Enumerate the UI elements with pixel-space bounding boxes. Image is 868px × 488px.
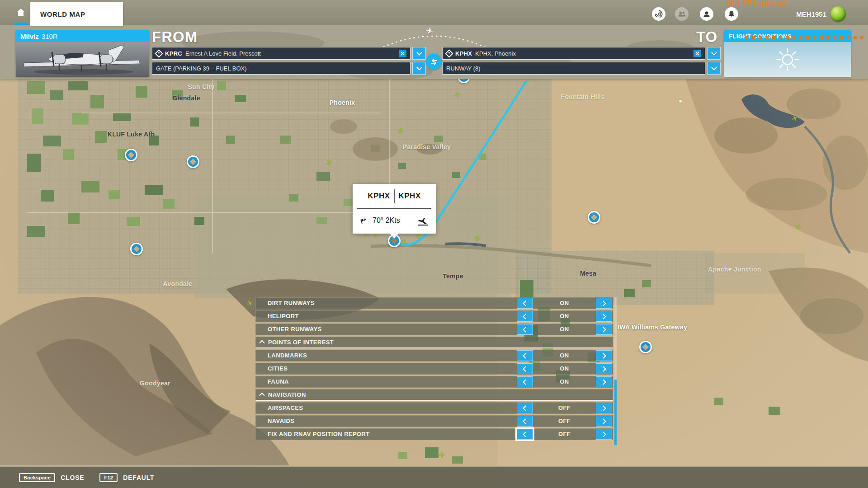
setting-next-button[interactable]: [596, 416, 612, 427]
to-runway-dropdown-button[interactable]: [707, 62, 721, 75]
world-map-screen: { "top_bar": { "tab_label": "WORLD MAP",…: [0, 0, 868, 488]
setting-previous-button[interactable]: [517, 376, 533, 387]
setting-label: HELIPORT: [268, 311, 299, 322]
to-airport-dropdown-button[interactable]: [707, 47, 721, 60]
from-airport-dropdown-button[interactable]: [412, 47, 426, 60]
avatar[interactable]: [830, 6, 846, 22]
bell-icon: [727, 9, 736, 19]
chevron-left-icon: [523, 353, 528, 359]
setting-value: OFF: [534, 429, 594, 440]
clear-from-button[interactable]: [399, 50, 406, 57]
setting-previous-button[interactable]: [517, 311, 533, 322]
popup-wind-text: 70° 2Kts: [373, 216, 400, 225]
flight-conditions-body: [724, 42, 851, 77]
airport-marker[interactable]: [187, 155, 199, 168]
small-airport-plane-icon[interactable]: ✈: [439, 451, 445, 459]
setting-value: ON: [534, 376, 594, 387]
setting-next-button[interactable]: [596, 324, 612, 335]
to-airport-field[interactable]: KPHX KPHX, Phoenix: [442, 47, 705, 60]
setting-label: FAUNA: [268, 376, 289, 387]
setting-value: ON: [534, 311, 594, 322]
settings-row: NAVAIDSOFF: [255, 415, 613, 427]
route-arc-plane-icon: ✈: [425, 25, 434, 37]
setting-value: OFF: [534, 403, 594, 413]
settings-panel-rows: DIRT RUNWAYSONHELIPORTONOTHER RUNWAYSONP…: [255, 297, 613, 440]
setting-next-button[interactable]: [596, 429, 612, 440]
chevron-down-icon: [711, 65, 717, 70]
setting-next-button[interactable]: [596, 363, 612, 374]
setting-next-button[interactable]: [596, 376, 612, 387]
chevron-right-icon: [600, 418, 606, 424]
poi-dot[interactable]: [679, 100, 682, 103]
chevron-left-icon: [523, 432, 528, 437]
setting-previous-button[interactable]: [517, 324, 533, 335]
chevron-up-icon: [259, 393, 265, 399]
setting-previous-button[interactable]: [517, 416, 533, 427]
setting-label: OTHER RUNWAYS: [268, 324, 322, 335]
panel-scrollbar-thumb[interactable]: [614, 380, 617, 445]
setting-label: LANDMARKS: [268, 350, 307, 361]
setting-previous-button[interactable]: [517, 363, 533, 374]
popup-title-secondary: KPHX: [399, 192, 421, 201]
aircraft-silhouette: [16, 42, 148, 77]
map-label: Tempe: [443, 272, 463, 280]
chevron-right-icon: [600, 300, 606, 306]
setting-next-button[interactable]: [596, 298, 612, 309]
home-button[interactable]: [13, 4, 29, 22]
popup-wind-row: 70° 2Kts: [353, 209, 436, 232]
from-heading: FROM: [152, 28, 198, 46]
chevron-right-icon: [600, 327, 606, 333]
swap-arrows-icon: [429, 57, 439, 66]
aircraft-card[interactable]: Milviz 310R: [16, 30, 149, 77]
clear-to-button[interactable]: [693, 50, 701, 57]
close-hint[interactable]: Backspace CLOSE: [19, 473, 84, 482]
from-parking-dropdown-button[interactable]: [412, 62, 426, 75]
vfr-map-button[interactable]: [652, 7, 665, 21]
setting-value: OFF: [534, 416, 594, 427]
swap-from-to-button[interactable]: [426, 54, 442, 70]
map-label: Goodyear: [140, 380, 170, 387]
setting-previous-button[interactable]: [517, 350, 533, 361]
chevron-left-icon: [523, 366, 528, 372]
airport-marker[interactable]: [130, 243, 143, 255]
popup-title: KPHX KPHX: [353, 184, 436, 208]
chevron-right-icon: [600, 379, 606, 385]
map-label: Fountain Hills: [561, 93, 605, 100]
from-airport-field[interactable]: KPRC Ernest A Love Field, Prescott: [152, 47, 410, 60]
airport-diamond-icon: [155, 49, 163, 57]
setting-previous-button[interactable]: [517, 429, 533, 440]
from-parking-field[interactable]: GATE (PARKING 39 – FUEL BOX): [152, 62, 410, 75]
setting-label: DIRT RUNWAYS: [268, 298, 315, 309]
flight-conditions-card[interactable]: FLIGHT CONDITIONS: [724, 30, 851, 77]
to-runway-field[interactable]: RUNWAY (8): [442, 62, 705, 75]
person-icon: [702, 9, 711, 19]
profile-button[interactable]: [700, 7, 713, 21]
settings-section-header[interactable]: POINTS OF INTEREST: [255, 337, 613, 348]
setting-next-button[interactable]: [596, 403, 612, 413]
setting-next-button[interactable]: [596, 311, 612, 322]
tab-label: WORLD MAP: [30, 10, 85, 18]
default-hint[interactable]: F12 DEFAULT: [99, 473, 154, 482]
settings-row: DIRT RUNWAYSON: [255, 297, 613, 309]
chevron-up-icon: [259, 340, 265, 346]
from-parking-value: GATE (PARKING 39 – FUEL BOX): [156, 65, 247, 72]
setting-previous-button[interactable]: [517, 403, 533, 413]
notifications-button[interactable]: [725, 7, 738, 21]
from-airport-code: KPRC: [165, 50, 182, 57]
airport-marker[interactable]: [639, 341, 652, 353]
settings-section-header[interactable]: NAVIGATION: [255, 389, 613, 401]
chevron-left-icon: [523, 314, 528, 319]
setting-next-button[interactable]: [596, 350, 612, 361]
chevron-down-icon: [416, 50, 422, 56]
settings-row: OTHER RUNWAYSON: [255, 324, 613, 335]
airport-marker[interactable]: [588, 211, 600, 224]
settings-row: HELIPORTON: [255, 310, 613, 322]
airport-marker[interactable]: [125, 149, 137, 161]
setting-previous-button[interactable]: [517, 298, 533, 309]
multiplayer-button[interactable]: [675, 7, 689, 21]
people-icon: [677, 9, 686, 19]
chevron-right-icon: [600, 405, 606, 411]
to-heading: TO: [696, 28, 717, 46]
to-airport-code: KPHX: [455, 50, 472, 57]
tab-world-map[interactable]: WORLD MAP: [30, 2, 123, 26]
